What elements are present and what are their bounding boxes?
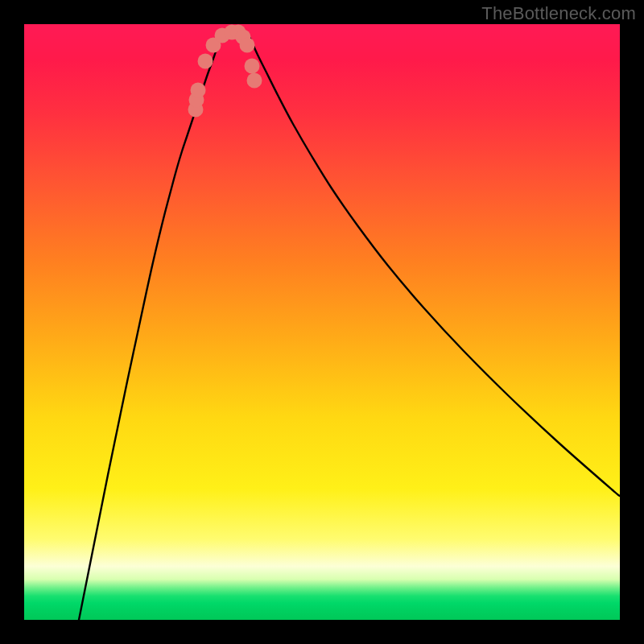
marker-group	[188, 25, 262, 118]
marker-point	[247, 73, 262, 89]
marker-point	[198, 54, 213, 69]
chart-frame: TheBottleneck.com	[0, 0, 644, 644]
chart-svg	[24, 24, 620, 620]
marker-point	[191, 83, 206, 98]
plot-area	[24, 24, 620, 620]
watermark-text: TheBottleneck.com	[481, 3, 636, 24]
left-curve	[79, 37, 221, 620]
marker-point	[240, 38, 255, 53]
right-curve	[250, 37, 620, 496]
marker-point	[245, 59, 260, 74]
